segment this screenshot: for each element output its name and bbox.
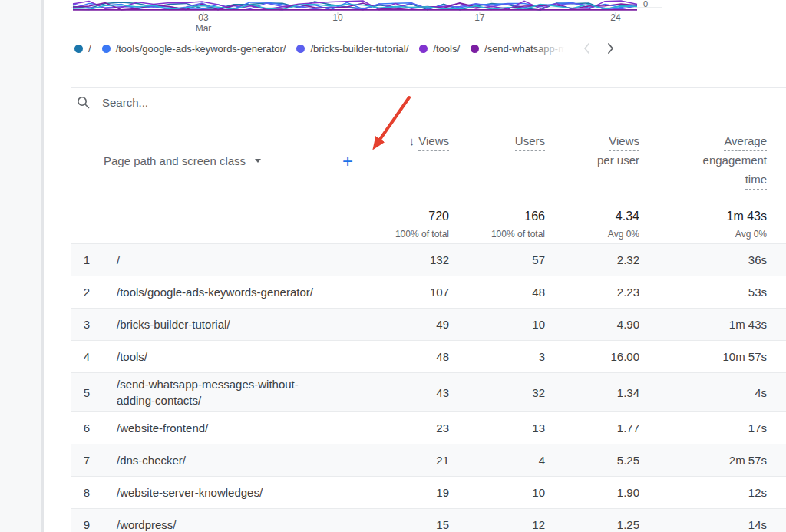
row-page-path: /tools/ — [104, 345, 372, 368]
row-number: 2 — [71, 286, 104, 299]
row-number: 6 — [71, 421, 104, 435]
row-number: 4 — [71, 350, 104, 363]
row-number: 3 — [71, 318, 104, 331]
cell-views: 132 — [372, 253, 449, 266]
cell-views: 43 — [372, 386, 449, 399]
legend-item[interactable]: /tools/ — [419, 43, 460, 55]
legend-items: //tools/google-ads-keywords-generator//b… — [74, 43, 570, 55]
x-axis-tick-label: 24 — [610, 12, 620, 23]
search-input[interactable] — [101, 95, 786, 110]
x-axis-tick-label: 17 — [474, 12, 484, 23]
cell-avg-engagement-time: 2m 57s — [639, 454, 767, 467]
row-number: 5 — [71, 386, 104, 399]
totals-avg-engagement-time: 1m 43sAvg 0% — [639, 210, 767, 240]
row-page-path: /website-server-knowledges/ — [104, 481, 372, 504]
column-header-line: Users — [449, 134, 545, 151]
traffic-chart-lines — [44, 0, 786, 17]
column-header-line: Views — [545, 134, 639, 151]
row-page-path-text: /tools/google-ads-keywords-generator/ — [117, 286, 313, 299]
totals-subtext: Avg 0% — [545, 229, 639, 240]
chevron-down-icon[interactable] — [255, 159, 261, 163]
column-header-text: time — [745, 172, 767, 190]
table-row: 1/132572.3236s — [71, 244, 786, 276]
legend-label-text: /tools/google-ads-keywords-generator/ — [116, 43, 286, 55]
column-header-text: Views — [418, 134, 449, 151]
cell-views-per-user: 5.25 — [545, 454, 639, 467]
column-header-line: per user — [545, 153, 639, 170]
left-sidebar — [0, 0, 44, 532]
cell-users: 32 — [449, 386, 545, 399]
legend-label-text: / — [88, 43, 91, 55]
x-axis-tick-label: 10 — [332, 12, 342, 23]
column-header-line: time — [639, 172, 767, 190]
row-page-path: /dns-checker/ — [104, 449, 372, 471]
row-page-path-text: /bricks-builder-tutorial/ — [117, 318, 230, 331]
totals-subtext: Avg 0% — [639, 229, 767, 240]
column-header-line: engagement — [639, 153, 767, 170]
legend-label: /tools/google-ads-keywords-generator/ — [116, 43, 286, 55]
table-row: 9/wordpress/15121.2514s — [71, 509, 786, 532]
column-header-views-per-user[interactable]: Viewsper user — [545, 132, 639, 190]
totals-value: 1m 43s — [639, 210, 767, 223]
cell-views-per-user: 2.23 — [545, 286, 639, 299]
row-page-path: /send-whatsapp-messages-without-adding-c… — [104, 373, 372, 411]
legend-dot-icon — [74, 45, 83, 53]
row-page-path: /tools/google-ads-keywords-generator/ — [104, 281, 372, 303]
cell-views: 23 — [372, 421, 449, 435]
cell-views-per-user: 1.34 — [545, 386, 639, 399]
x-axis-tick: 03Mar — [196, 12, 212, 34]
cell-views: 107 — [372, 286, 449, 299]
cell-views-per-user: 16.00 — [545, 350, 639, 363]
column-header-text: per user — [597, 153, 639, 170]
column-header-text: Average — [724, 134, 767, 151]
cell-users: 13 — [449, 421, 545, 435]
x-axis-tick: 24 — [610, 12, 620, 23]
row-page-path-text: /website-server-knowledges/ — [117, 486, 263, 499]
legend-item[interactable]: /send-whatsapp-me — [471, 43, 570, 55]
cell-users: 10 — [449, 318, 545, 331]
legend-item[interactable]: /tools/google-ads-keywords-generator/ — [102, 43, 286, 55]
cell-avg-engagement-time: 53s — [639, 286, 767, 299]
totals-subtext: 100% of total — [372, 229, 449, 240]
row-number: 1 — [71, 253, 104, 266]
totals-spacer — [71, 210, 104, 240]
dimension-header-label[interactable]: Page path and screen class — [104, 154, 246, 167]
table-row: 7/dns-checker/2145.252m 57s — [71, 444, 786, 477]
legend-label-text: /tools/ — [433, 43, 460, 55]
legend-label-text: /send-whatsapp-me — [484, 43, 570, 55]
cell-avg-engagement-time: 4s — [639, 386, 767, 399]
legend-dot-icon — [102, 45, 111, 53]
cell-views-per-user: 1.25 — [545, 518, 639, 531]
row-page-path: /wordpress/ — [104, 514, 372, 532]
column-header-text: Users — [515, 134, 545, 151]
table-search-bar: Row — [71, 87, 786, 117]
cell-avg-engagement-time: 36s — [639, 253, 767, 266]
legend-dot-icon — [419, 45, 428, 53]
totals-users: 166100% of total — [449, 210, 545, 240]
row-number: 7 — [71, 454, 104, 467]
legend-item[interactable]: /bricks-builder-tutorial/ — [296, 43, 408, 55]
metric-headers-row: Page path and screen class + ↓ViewsUsers… — [71, 132, 786, 190]
add-dimension-button[interactable]: + — [342, 154, 353, 169]
totals-views: 720100% of total — [372, 210, 449, 240]
column-header-views[interactable]: ↓Views — [372, 132, 449, 190]
row-number: 9 — [71, 518, 104, 531]
legend-next-icon[interactable] — [606, 42, 615, 55]
cell-avg-engagement-time: 12s — [639, 486, 767, 499]
row-page-path-text: /website-frontend/ — [117, 421, 208, 435]
dimension-header-cell: Page path and screen class + — [104, 132, 372, 190]
legend-label: /tools/ — [433, 43, 460, 55]
table-body: 1/132572.3236s2/tools/google-ads-keyword… — [71, 243, 786, 532]
cell-views-per-user: 1.77 — [545, 421, 639, 435]
row-page-path: / — [104, 249, 372, 271]
table-row: 5/send-whatsapp-messages-without-adding-… — [71, 373, 786, 412]
cell-views: 15 — [372, 518, 449, 531]
legend-item[interactable]: / — [74, 43, 91, 55]
column-header-avg-engagement-time[interactable]: Averageengagementtime — [639, 132, 767, 190]
cell-users: 3 — [449, 350, 545, 363]
legend-prev-icon[interactable] — [583, 42, 591, 55]
row-page-path-text: /send-whatsapp-messages-without-adding-c… — [117, 376, 309, 408]
cell-avg-engagement-time: 14s — [639, 518, 767, 531]
column-header-users[interactable]: Users — [449, 132, 545, 190]
totals-value: 4.34 — [545, 210, 639, 223]
